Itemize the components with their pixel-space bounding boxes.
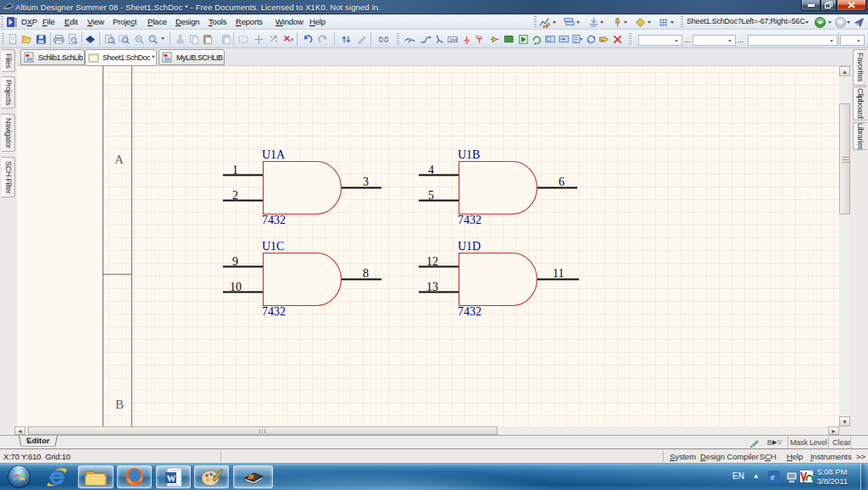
svg-text:U1D: U1D xyxy=(458,240,481,253)
svg-text:10: 10 xyxy=(230,281,242,293)
svg-text:U1A: U1A xyxy=(262,148,286,161)
svg-text:9: 9 xyxy=(232,255,238,268)
svg-text:U1C: U1C xyxy=(262,240,284,253)
svg-text:4: 4 xyxy=(428,164,434,176)
svg-text:7432: 7432 xyxy=(458,305,481,318)
svg-text:7432: 7432 xyxy=(262,305,286,318)
svg-text:5: 5 xyxy=(428,189,434,202)
svg-text:7432: 7432 xyxy=(458,214,481,226)
svg-text:1: 1 xyxy=(232,164,238,176)
svg-text:13: 13 xyxy=(426,281,438,293)
svg-text:e: e xyxy=(771,471,775,482)
svg-text:7432: 7432 xyxy=(262,214,286,226)
svg-text:3: 3 xyxy=(363,175,369,188)
svg-text:2: 2 xyxy=(232,189,238,202)
svg-text:W: W xyxy=(166,472,175,482)
svg-text:U1B: U1B xyxy=(458,148,480,161)
svg-text:8: 8 xyxy=(363,267,369,280)
svg-text:6: 6 xyxy=(559,175,565,188)
svg-text:11: 11 xyxy=(553,267,564,280)
svg-text:12: 12 xyxy=(426,255,438,268)
